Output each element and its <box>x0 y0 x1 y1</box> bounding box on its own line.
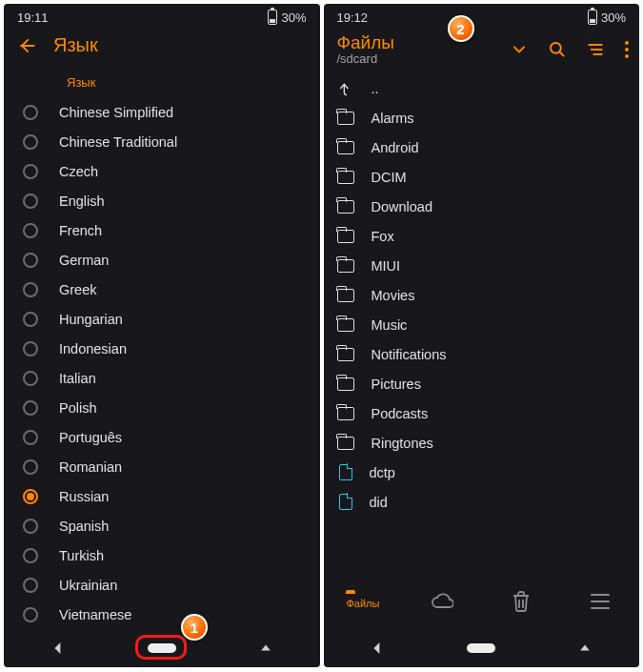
language-option[interactable]: Turkish <box>23 540 320 570</box>
folder-row[interactable]: Music <box>337 310 627 339</box>
language-label: French <box>59 223 102 238</box>
language-option[interactable]: Chinese Traditional <box>23 127 320 156</box>
language-label: Vietnamese <box>59 607 131 622</box>
entry-name: Android <box>372 140 419 155</box>
language-label: Spanish <box>59 519 109 534</box>
language-label: Italian <box>59 371 96 386</box>
svg-point-1 <box>625 41 629 45</box>
radio-icon <box>23 430 38 445</box>
path-subtitle: /sdcard <box>337 51 511 66</box>
language-option[interactable]: Czech <box>23 156 320 186</box>
language-option[interactable]: Russian <box>23 481 320 511</box>
language-option[interactable]: Indonesian <box>23 334 320 363</box>
language-option[interactable]: French <box>23 215 320 245</box>
radio-icon <box>23 459 38 475</box>
entry-name: Download <box>372 199 433 214</box>
folder-row[interactable]: DCIM <box>337 162 627 192</box>
radio-icon <box>23 607 38 622</box>
folder-icon <box>337 112 354 125</box>
folder-icon <box>337 377 354 391</box>
storage-dropdown[interactable] <box>510 40 529 59</box>
nav-recent-button[interactable] <box>247 637 285 660</box>
folder-row[interactable]: MIUI <box>337 251 627 280</box>
folder-row[interactable]: Ringtones <box>337 428 627 458</box>
folder-row[interactable]: Fox <box>337 221 627 251</box>
language-option[interactable]: Italian <box>23 363 320 393</box>
system-nav-bar <box>324 629 640 667</box>
nav-recent-button[interactable] <box>566 637 604 660</box>
appbar: Файлы /sdcard <box>324 29 640 71</box>
radio-icon <box>23 253 38 268</box>
language-label: Português <box>59 430 122 445</box>
up-label: .. <box>372 81 379 96</box>
folder-row[interactable]: Movies <box>337 280 627 310</box>
folder-row[interactable]: Pictures <box>337 369 627 398</box>
sort-button[interactable] <box>586 40 605 59</box>
tab-files[interactable]: Файлы <box>324 594 403 611</box>
nav-back-button[interactable] <box>358 637 396 660</box>
up-icon <box>337 81 354 96</box>
language-label: German <box>59 253 109 268</box>
svg-point-2 <box>625 48 629 51</box>
back-button[interactable] <box>17 36 36 55</box>
language-label: Hungarian <box>59 312 123 327</box>
language-option[interactable]: Greek <box>23 275 320 304</box>
tab-cloud[interactable] <box>402 593 481 612</box>
nav-back-button[interactable] <box>39 637 77 660</box>
entry-name: Podcasts <box>372 406 429 421</box>
file-list: .. AlarmsAndroidDCIMDownloadFoxMIUIMovie… <box>324 71 640 576</box>
entry-name: Pictures <box>372 377 421 392</box>
language-option[interactable]: Romanian <box>23 452 320 481</box>
language-label: Turkish <box>59 548 104 563</box>
language-option[interactable]: German <box>23 245 320 275</box>
overflow-menu-button[interactable] <box>624 40 630 59</box>
system-nav-bar <box>4 629 320 667</box>
file-row[interactable]: dctp <box>337 458 627 487</box>
language-option[interactable]: Vietnamese <box>23 600 320 629</box>
language-list: Chinese SimplifiedChinese TraditionalCze… <box>4 97 320 629</box>
language-option[interactable]: Hungarian <box>23 304 320 334</box>
language-option[interactable]: English <box>23 186 320 215</box>
nav-home-button[interactable] <box>148 643 176 653</box>
radio-icon <box>23 312 38 327</box>
tab-trash[interactable] <box>481 591 560 614</box>
page-title: Язык <box>53 34 307 56</box>
radio-icon <box>23 400 38 416</box>
folder-row[interactable]: Download <box>337 192 627 221</box>
folder-row[interactable]: Notifications <box>337 339 627 369</box>
language-option[interactable]: Português <box>23 422 320 452</box>
entry-name: Music <box>372 317 408 333</box>
entry-name: did <box>370 495 388 510</box>
folder-row[interactable]: Android <box>337 132 627 162</box>
status-time: 19:12 <box>337 10 369 25</box>
language-label: Polish <box>59 400 97 416</box>
language-option[interactable]: Ukrainian <box>23 570 320 600</box>
entry-name: Notifications <box>372 347 447 362</box>
language-option[interactable]: Polish <box>23 393 320 422</box>
language-option[interactable]: Chinese Simplified <box>23 97 320 127</box>
file-row[interactable]: did <box>337 487 627 517</box>
folder-row[interactable]: Alarms <box>337 103 627 132</box>
file-icon <box>339 494 352 510</box>
page-title: Файлы <box>337 32 511 53</box>
appbar: Язык <box>4 29 320 66</box>
folder-icon <box>337 289 354 302</box>
battery-percent: 30% <box>281 10 306 25</box>
folder-icon <box>337 230 354 243</box>
radio-icon <box>23 548 38 563</box>
tab-menu[interactable] <box>560 593 639 612</box>
nav-home-button[interactable] <box>467 643 495 653</box>
search-button[interactable] <box>548 40 567 59</box>
radio-icon <box>23 223 38 238</box>
entry-name: dctp <box>370 465 395 480</box>
folder-icon <box>337 171 354 184</box>
radio-icon <box>23 341 38 356</box>
left-screen: 19:11 30% Язык Язык Chinese SimplifiedCh… <box>4 4 320 667</box>
battery-icon <box>268 10 277 25</box>
folder-row[interactable]: Podcasts <box>337 398 627 428</box>
language-label: Chinese Simplified <box>59 105 173 120</box>
folder-icon <box>337 141 354 154</box>
up-directory-row[interactable]: .. <box>337 73 627 103</box>
language-option[interactable]: Spanish <box>23 511 320 540</box>
entry-name: Fox <box>372 229 394 244</box>
